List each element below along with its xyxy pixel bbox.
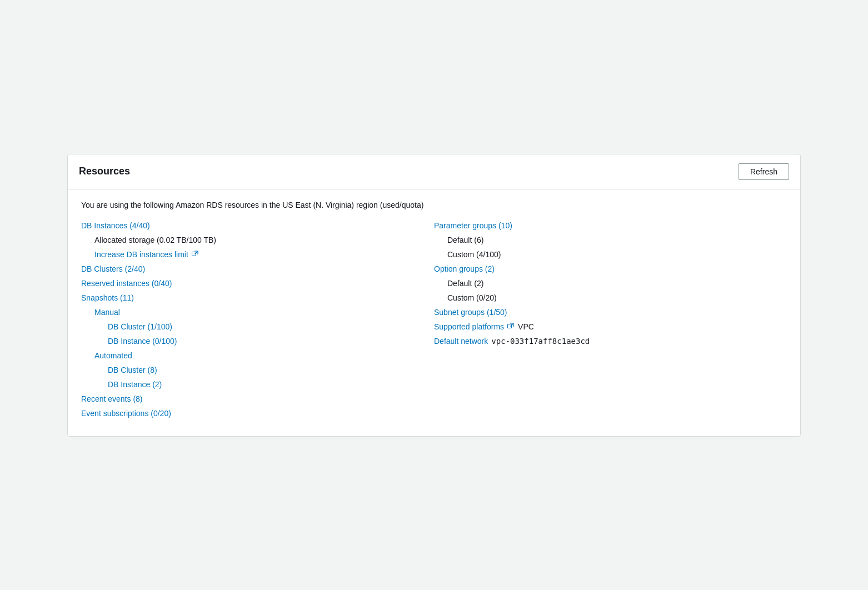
refresh-button[interactable]: Refresh [739, 163, 789, 180]
description-text: You are using the following Amazon RDS r… [81, 201, 787, 209]
default-pg-row: Default (6) [434, 233, 787, 247]
allocated-storage-text: Allocated storage (0.02 TB/100 TB) [94, 236, 216, 244]
external-link-icon [191, 250, 199, 258]
automated-row: Automated [81, 348, 434, 363]
reserved-instances-row: Reserved instances (0/40) [81, 276, 434, 291]
card-header: Resources Refresh [68, 154, 800, 189]
db-cluster-manual-row: DB Cluster (1/100) [81, 319, 434, 334]
recent-events-row: Recent events (8) [81, 392, 434, 406]
db-instance-manual-link[interactable]: DB Instance (0/100) [108, 337, 177, 346]
db-clusters-row: DB Clusters (2/40) [81, 262, 434, 276]
automated-link[interactable]: Automated [94, 351, 132, 360]
vpc-label: VPC [518, 322, 534, 331]
resources-card: Resources Refresh You are using the foll… [67, 154, 801, 437]
db-cluster-manual-link[interactable]: DB Cluster (1/100) [108, 322, 172, 331]
event-subscriptions-row: Event subscriptions (0/20) [81, 406, 434, 421]
supported-platforms-link[interactable]: Supported platforms [434, 322, 504, 331]
allocated-storage-row: Allocated storage (0.02 TB/100 TB) [81, 233, 434, 247]
custom-og-text: Custom (0/20) [447, 293, 497, 302]
supported-platforms-row: Supported platforms VPC [434, 319, 787, 334]
increase-db-limit-row: Increase DB instances limit [81, 247, 434, 262]
custom-pg-row: Custom (4/100) [434, 247, 787, 262]
default-og-row: Default (2) [434, 276, 787, 291]
default-pg-text: Default (6) [447, 236, 483, 244]
default-network-label: Default network [434, 337, 488, 346]
db-instance-automated-row: DB Instance (2) [81, 377, 434, 392]
db-clusters-link[interactable]: DB Clusters (2/40) [81, 264, 145, 273]
card-title: Resources [79, 166, 130, 177]
custom-og-row: Custom (0/20) [434, 291, 787, 305]
default-network-row: Default network vpc-033f17aff8c1ae3cd [434, 334, 787, 348]
subnet-groups-row: Subnet groups (1/50) [434, 305, 787, 319]
supported-platforms-external-icon [507, 322, 515, 330]
default-network-value: vpc-033f17aff8c1ae3cd [491, 337, 590, 346]
increase-db-limit-link[interactable]: Increase DB instances limit [94, 250, 188, 259]
subnet-groups-link[interactable]: Subnet groups (1/50) [434, 308, 507, 317]
resources-grid: DB Instances (4/40) Allocated storage (0… [81, 218, 787, 421]
db-instance-automated-link[interactable]: DB Instance (2) [108, 380, 162, 389]
manual-row: Manual [81, 305, 434, 319]
db-instances-link[interactable]: DB Instances (4/40) [81, 221, 150, 230]
snapshots-row: Snapshots (11) [81, 291, 434, 305]
manual-link[interactable]: Manual [94, 308, 120, 317]
event-subscriptions-link[interactable]: Event subscriptions (0/20) [81, 409, 171, 418]
parameter-groups-row: Parameter groups (10) [434, 218, 787, 233]
db-cluster-automated-link[interactable]: DB Cluster (8) [108, 366, 157, 374]
db-cluster-automated-row: DB Cluster (8) [81, 363, 434, 377]
option-groups-link[interactable]: Option groups (2) [434, 264, 495, 273]
option-groups-row: Option groups (2) [434, 262, 787, 276]
custom-pg-text: Custom (4/100) [447, 250, 501, 259]
card-body: You are using the following Amazon RDS r… [68, 189, 800, 436]
db-instances-row: DB Instances (4/40) [81, 218, 434, 233]
left-column: DB Instances (4/40) Allocated storage (0… [81, 218, 434, 421]
reserved-instances-link[interactable]: Reserved instances (0/40) [81, 279, 172, 288]
right-column: Parameter groups (10) Default (6) Custom… [434, 218, 787, 421]
recent-events-link[interactable]: Recent events (8) [81, 394, 143, 403]
db-instance-manual-row: DB Instance (0/100) [81, 334, 434, 348]
default-og-text: Default (2) [447, 279, 483, 288]
parameter-groups-link[interactable]: Parameter groups (10) [434, 221, 512, 230]
snapshots-link[interactable]: Snapshots (11) [81, 293, 134, 302]
